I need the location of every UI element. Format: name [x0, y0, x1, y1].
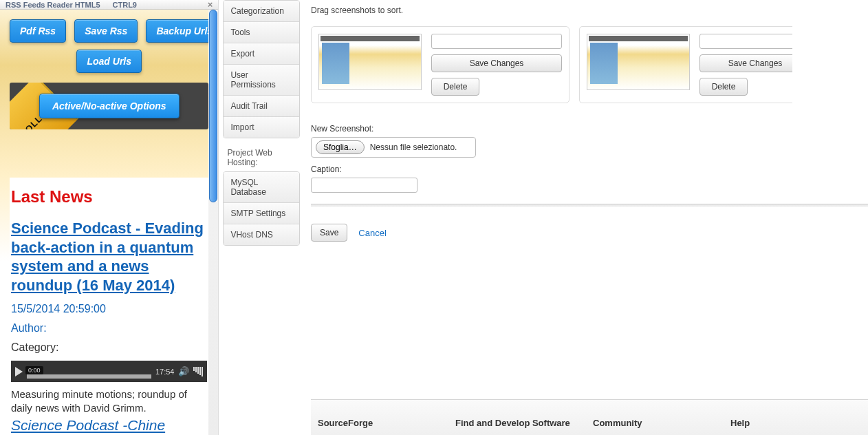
- close-panel-button[interactable]: ×: [208, 0, 213, 10]
- news-category-label: Category:: [11, 341, 207, 354]
- nav-smtp-settings[interactable]: SMTP Settings: [224, 202, 299, 224]
- volume-icon[interactable]: 🔊: [178, 366, 189, 376]
- nav-audit-trail[interactable]: Audit Trail: [224, 95, 299, 116]
- news-author-label: Author:: [11, 322, 207, 335]
- delete-button-1[interactable]: Delete: [431, 78, 479, 96]
- load-urls-button[interactable]: Load Urls: [76, 50, 142, 73]
- browse-button[interactable]: Sfoglia…: [316, 140, 365, 154]
- panel-title-bar: RSS Feeds Reader HTML5 CTRL9 ×: [0, 0, 218, 10]
- screenshot-thumb-1: [318, 34, 422, 90]
- save-button[interactable]: Save: [311, 224, 347, 242]
- admin-nav-group-1: Categorization Tools Export User Permiss…: [223, 0, 300, 138]
- site-footer: SourceForge Find and Develop Software Co…: [311, 399, 868, 435]
- news-description: Measuring minute motions; roundup of dai…: [11, 388, 207, 414]
- footer-sourceforge[interactable]: SourceForge: [318, 418, 455, 428]
- no-file-text: Nessun file selezionato.: [370, 142, 457, 152]
- footer-community[interactable]: Community: [593, 418, 730, 428]
- panel-scrollbar[interactable]: [208, 10, 218, 435]
- project-web-hosting-label: Project Web Hosting:: [227, 148, 304, 167]
- time-end: 17:54: [155, 368, 175, 376]
- delete-button-2[interactable]: Delete: [699, 78, 748, 96]
- admin-side-nav: Categorization Tools Export User Permiss…: [218, 0, 304, 435]
- save-changes-button-1[interactable]: Save Changes: [431, 54, 562, 72]
- nav-user-permissions[interactable]: User Permissions: [224, 64, 299, 95]
- save-rss-button[interactable]: Save Rss: [74, 19, 138, 43]
- nav-categorization[interactable]: Categorization: [224, 1, 299, 21]
- screenshot-card-1[interactable]: Save Changes Delete: [311, 26, 569, 103]
- new-screenshot-block: New Screenshot: Sfoglia… Nessun file sel…: [311, 124, 868, 193]
- footer-find-develop[interactable]: Find and Develop Software: [455, 418, 593, 428]
- nav-tools[interactable]: Tools: [224, 21, 299, 43]
- active-options-button[interactable]: Active/No-active Options: [39, 94, 180, 118]
- seek-track[interactable]: [27, 374, 151, 379]
- file-picker[interactable]: Sfoglia… Nessun file selezionato.: [311, 137, 476, 158]
- time-start-badge: 0:00: [25, 366, 43, 374]
- scrollbar-thumb[interactable]: [209, 10, 217, 202]
- nav-export[interactable]: Export: [224, 43, 299, 64]
- admin-nav-group-2: MySQL Database SMTP Settings VHost DNS: [223, 171, 300, 246]
- screenshot-thumb-2: [587, 34, 690, 90]
- drag-hint-text: Drag screenshots to sort.: [311, 6, 868, 15]
- pdf-rss-button[interactable]: Pdf Rss: [10, 19, 66, 43]
- screenshot-row: Save Changes Delete Save Changes Delete: [311, 26, 868, 103]
- news-headline-link[interactable]: Science Podcast - Evading back-action in…: [11, 219, 207, 295]
- footer-help[interactable]: Help: [730, 418, 868, 428]
- top-button-area: Pdf Rss Save Rss Backup Urls Load Urls: [0, 10, 218, 80]
- news-block: Last News Science Podcast - Evading back…: [10, 178, 208, 435]
- divider: [311, 204, 868, 207]
- save-row: Save Cancel: [311, 224, 868, 242]
- new-screenshot-label: New Screenshot:: [311, 124, 868, 134]
- active-options-label: Active/No-active Options: [52, 100, 166, 112]
- screenshot-card-2[interactable]: Save Changes Delete: [579, 26, 792, 103]
- nav-import[interactable]: Import: [224, 116, 299, 138]
- screenshots-admin-panel: Drag screenshots to sort. Save Changes D…: [304, 0, 868, 435]
- nav-vhost-dns[interactable]: VHost DNS: [224, 224, 299, 245]
- audio-player: 0:00 17:54 🔊: [11, 361, 207, 382]
- rss-sidebar-panel: RSS Feeds Reader HTML5 CTRL9 × Pdf Rss S…: [0, 0, 218, 435]
- screenshot-caption-input-1[interactable]: [431, 34, 562, 49]
- save-changes-button-2[interactable]: Save Changes: [699, 54, 792, 72]
- app-shortcut: CTRL9: [113, 1, 137, 9]
- app-title: RSS Feeds Reader HTML5: [6, 1, 100, 9]
- play-icon[interactable]: [15, 367, 23, 376]
- options-banner: FOLLOW Active/No-active Options: [10, 83, 208, 129]
- caption-input[interactable]: [311, 178, 417, 193]
- news-date: 15/5/2014 20:59:00: [11, 303, 207, 315]
- screenshot-caption-input-2[interactable]: [699, 34, 792, 49]
- next-news-link[interactable]: Science Podcast -Chine marine: [11, 417, 165, 435]
- nav-mysql-database[interactable]: MySQL Database: [224, 172, 299, 202]
- caption-label: Caption:: [311, 165, 868, 174]
- cancel-link[interactable]: Cancel: [358, 228, 386, 238]
- volume-bars[interactable]: [193, 367, 203, 376]
- last-news-heading: Last News: [11, 187, 207, 206]
- backup-urls-button[interactable]: Backup Urls: [146, 19, 218, 43]
